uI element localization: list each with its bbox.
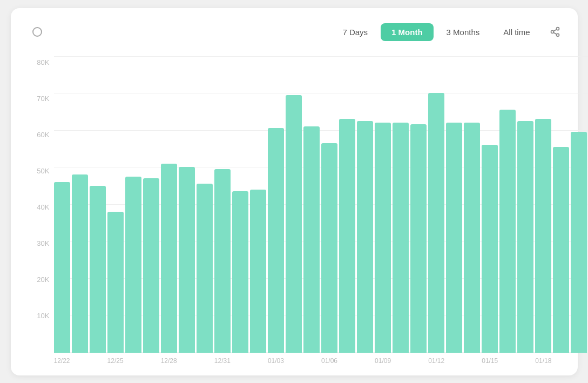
time-controls: 7 Days1 Month3 MonthsAll time bbox=[332, 23, 560, 41]
bar[interactable] bbox=[499, 110, 516, 352]
x-label-group: 01/08 bbox=[357, 357, 373, 365]
bar[interactable] bbox=[410, 124, 427, 352]
bar[interactable] bbox=[517, 121, 533, 353]
title-group bbox=[28, 27, 42, 37]
bar-group bbox=[393, 56, 409, 353]
x-label-group: 01/18 bbox=[535, 357, 551, 365]
bar-group bbox=[54, 56, 70, 353]
x-label-group: 01/01 bbox=[232, 357, 248, 365]
bar[interactable] bbox=[428, 93, 444, 352]
bar-group bbox=[482, 56, 498, 353]
svg-line-4 bbox=[553, 29, 557, 31]
bar[interactable] bbox=[161, 164, 177, 353]
bar[interactable] bbox=[482, 145, 498, 352]
chart-card: 7 Days1 Month3 MonthsAll time 80K70K60K5… bbox=[11, 8, 578, 375]
x-label: 01/12 bbox=[428, 357, 444, 365]
bar[interactable] bbox=[303, 126, 320, 353]
chart-area: 80K70K60K50K40K30K20K10K 12/2212/2312/24… bbox=[28, 56, 560, 365]
bar-group bbox=[268, 56, 284, 353]
bar[interactable] bbox=[197, 184, 213, 352]
x-label-group: 12/22 bbox=[54, 357, 70, 365]
bar[interactable] bbox=[553, 147, 569, 353]
x-label-group: 01/10 bbox=[393, 357, 409, 365]
bar[interactable] bbox=[268, 128, 284, 352]
time-btn-3months[interactable]: 3 Months bbox=[436, 23, 491, 41]
bar-group bbox=[143, 56, 159, 353]
bar-group bbox=[428, 56, 444, 353]
bar-group bbox=[321, 56, 337, 353]
bar[interactable] bbox=[393, 123, 409, 352]
bar[interactable] bbox=[54, 182, 70, 353]
x-label: 01/06 bbox=[321, 357, 337, 365]
bar[interactable] bbox=[214, 169, 231, 353]
x-label: 01/09 bbox=[375, 357, 391, 365]
bar-group bbox=[535, 56, 551, 353]
x-label-group: 12/28 bbox=[161, 357, 177, 365]
x-label-group: 01/11 bbox=[410, 357, 427, 365]
bar[interactable] bbox=[321, 143, 337, 353]
bar-group bbox=[571, 56, 587, 353]
y-label: 40K bbox=[28, 203, 54, 211]
info-icon[interactable] bbox=[32, 27, 42, 37]
bar-group bbox=[499, 56, 516, 353]
bar[interactable] bbox=[90, 186, 106, 353]
bars-container bbox=[54, 56, 589, 353]
bar[interactable] bbox=[107, 212, 124, 353]
x-label: 01/03 bbox=[268, 357, 284, 365]
x-label-group: 01/05 bbox=[303, 357, 320, 365]
bar-group bbox=[464, 56, 480, 353]
y-label: 80K bbox=[28, 58, 54, 66]
bar-group bbox=[232, 56, 248, 353]
y-label: 70K bbox=[28, 95, 54, 103]
x-label-group: 01/20 bbox=[571, 357, 587, 365]
chart-body: 12/2212/2312/2412/2512/2612/2712/2812/29… bbox=[54, 56, 589, 365]
y-label: 50K bbox=[28, 167, 54, 175]
x-label-group: 01/02 bbox=[250, 357, 266, 365]
bar-group bbox=[214, 56, 231, 353]
bar-group bbox=[375, 56, 391, 353]
y-label: 60K bbox=[28, 131, 54, 139]
x-label-group: 12/24 bbox=[90, 357, 106, 365]
bar[interactable] bbox=[375, 123, 391, 352]
x-label-group: 01/19 bbox=[553, 357, 569, 365]
x-label: 12/28 bbox=[161, 357, 177, 365]
x-label: 01/15 bbox=[482, 357, 498, 365]
bar[interactable] bbox=[357, 121, 373, 353]
x-label-group: 01/03 bbox=[268, 357, 284, 365]
bar[interactable] bbox=[125, 177, 141, 353]
x-label: 12/31 bbox=[214, 357, 231, 365]
x-label-group: 01/06 bbox=[321, 357, 337, 365]
bar[interactable] bbox=[232, 191, 248, 353]
bar[interactable] bbox=[250, 190, 266, 353]
y-label: 20K bbox=[28, 276, 54, 284]
x-label-group: 12/30 bbox=[197, 357, 213, 365]
x-label: 12/25 bbox=[107, 357, 124, 365]
bar[interactable] bbox=[446, 123, 462, 352]
x-axis: 12/2212/2312/2412/2512/2612/2712/2812/29… bbox=[54, 353, 589, 365]
bar-group bbox=[72, 56, 88, 353]
time-btn-7days[interactable]: 7 Days bbox=[332, 23, 379, 41]
bar[interactable] bbox=[72, 174, 88, 352]
bar[interactable] bbox=[179, 167, 195, 352]
svg-line-3 bbox=[553, 32, 557, 34]
bar[interactable] bbox=[143, 178, 159, 353]
x-label-group: 01/07 bbox=[339, 357, 355, 365]
bar[interactable] bbox=[571, 132, 587, 352]
bar-group bbox=[410, 56, 427, 353]
time-btn-1month[interactable]: 1 Month bbox=[381, 23, 434, 41]
bar-group bbox=[179, 56, 195, 353]
x-label-group: 01/15 bbox=[482, 357, 498, 365]
y-label: 30K bbox=[28, 239, 54, 247]
x-label-group: 01/14 bbox=[464, 357, 480, 365]
share-icon[interactable] bbox=[550, 26, 560, 37]
bar-group bbox=[107, 56, 124, 353]
bar-group bbox=[161, 56, 177, 353]
bar[interactable] bbox=[464, 123, 480, 352]
bar[interactable] bbox=[286, 95, 302, 353]
bar[interactable] bbox=[535, 119, 551, 352]
time-btn-alltime[interactable]: All time bbox=[492, 23, 540, 41]
x-label-group: 01/09 bbox=[375, 357, 391, 365]
bar-group bbox=[339, 56, 355, 353]
bar[interactable] bbox=[339, 119, 355, 352]
x-label-group: 12/25 bbox=[107, 357, 124, 365]
